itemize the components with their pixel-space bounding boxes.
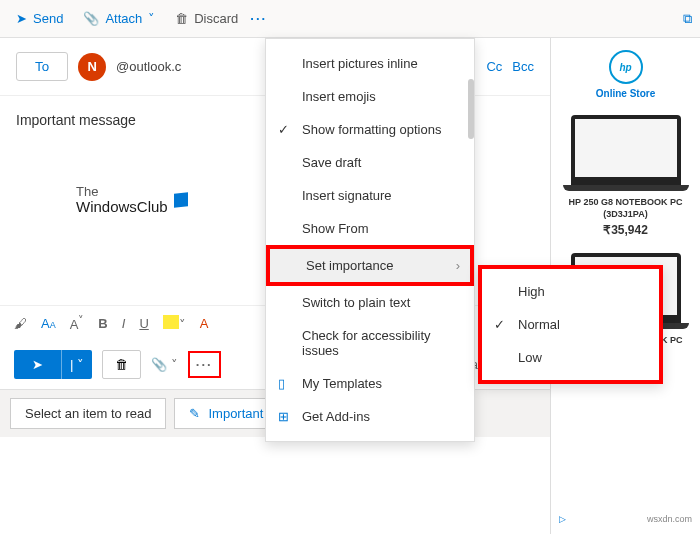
product-name-1: HP 250 G8 NOTEBOOK PC (3D3J1PA) (555, 197, 696, 220)
highlight-button[interactable]: ˅ (163, 315, 186, 332)
bold-button[interactable]: B (98, 316, 107, 331)
menu-accessibility[interactable]: Check for accessibility issues (266, 319, 474, 367)
menu-set-importance[interactable]: Set importance› (266, 245, 474, 286)
logo-line2: WindowsClub (76, 199, 168, 216)
chevron-down-icon: ˅ (148, 11, 155, 26)
send-icon: ➤ (16, 11, 27, 26)
scrollbar[interactable] (468, 79, 474, 139)
attach-button[interactable]: 📎Attach˅ (75, 7, 163, 30)
ad-marker-icon[interactable]: ▷ (559, 514, 566, 524)
menu-show-from[interactable]: Show From (266, 212, 474, 245)
discard-button[interactable]: 🗑Discard (167, 7, 246, 30)
menu-insert-signature[interactable]: Insert signature (266, 179, 474, 212)
bcc-button[interactable]: Bcc (512, 59, 534, 74)
cc-bcc: Cc Bcc (486, 59, 534, 74)
font-size-icon[interactable]: A˅ (70, 314, 85, 332)
menu-my-templates[interactable]: ▯My Templates (266, 367, 474, 400)
to-button[interactable]: To (16, 52, 68, 81)
menu-insert-emojis[interactable]: Insert emojis (266, 80, 474, 113)
send-button[interactable]: ➤Send (8, 7, 71, 30)
addins-icon: ⊞ (278, 409, 289, 424)
format-paint-icon[interactable]: 🖌 (14, 316, 27, 331)
ad-site: wsxdn.com (647, 514, 692, 524)
discard-label: Discard (194, 11, 238, 26)
importance-high[interactable]: High (482, 275, 659, 308)
more-actions-button[interactable]: ··· (250, 11, 267, 26)
hp-logo-icon[interactable]: hp (609, 50, 643, 84)
recipient-email[interactable]: @outlook.c (116, 59, 181, 74)
tab-read-label: Select an item to read (25, 406, 151, 421)
chevron-right-icon: › (456, 258, 460, 273)
menu-templates-label: My Templates (302, 376, 382, 391)
popout-icon[interactable]: ⧉ (683, 11, 692, 27)
importance-low[interactable]: Low (482, 341, 659, 374)
menu-show-formatting[interactable]: Show formatting options (266, 113, 474, 146)
send-split[interactable]: | ˅ (61, 350, 92, 379)
attach-label: Attach (105, 11, 142, 26)
attach-icon: 📎 (83, 11, 99, 26)
send-split-button[interactable]: ➤ | ˅ (14, 350, 92, 379)
importance-normal[interactable]: Normal (482, 308, 659, 341)
italic-button[interactable]: I (122, 316, 126, 331)
menu-insert-pictures[interactable]: Insert pictures inline (266, 47, 474, 80)
compose-toolbar: ➤Send 📎Attach˅ 🗑Discard ··· ⧉ (0, 0, 700, 38)
menu-plain-text[interactable]: Switch to plain text (266, 286, 474, 319)
product-price-1: ₹35,942 (603, 223, 648, 237)
more-options-button[interactable]: ··· (188, 351, 221, 378)
product-image-1[interactable] (571, 115, 681, 185)
logo-line1: The (76, 185, 168, 199)
tab-read[interactable]: Select an item to read (10, 398, 166, 429)
importance-submenu: High Normal Low (478, 265, 663, 384)
context-menu: Insert pictures inline Insert emojis Sho… (265, 38, 475, 442)
menu-save-draft[interactable]: Save draft (266, 146, 474, 179)
font-color-button[interactable]: A (200, 316, 209, 331)
discard-icon-button[interactable]: 🗑 (102, 350, 141, 379)
send-main[interactable]: ➤ (14, 350, 61, 379)
store-label: Online Store (596, 88, 655, 99)
menu-get-addins[interactable]: ⊞Get Add-ins (266, 400, 474, 433)
template-icon: ▯ (278, 376, 285, 391)
menu-addins-label: Get Add-ins (302, 409, 370, 424)
send-label: Send (33, 11, 63, 26)
attach-icon-button[interactable]: 📎 ˅ (151, 357, 178, 372)
logo-square-icon (174, 193, 188, 208)
trash-icon: 🗑 (175, 11, 188, 26)
menu-importance-label: Set importance (306, 258, 393, 273)
font-icon[interactable]: AA (41, 316, 56, 331)
avatar[interactable]: N (78, 53, 106, 81)
cc-button[interactable]: Cc (486, 59, 502, 74)
ad-footer: ▷wsxdn.com (555, 512, 696, 526)
edit-icon: ✎ (189, 406, 200, 421)
underline-button[interactable]: U (139, 316, 148, 331)
